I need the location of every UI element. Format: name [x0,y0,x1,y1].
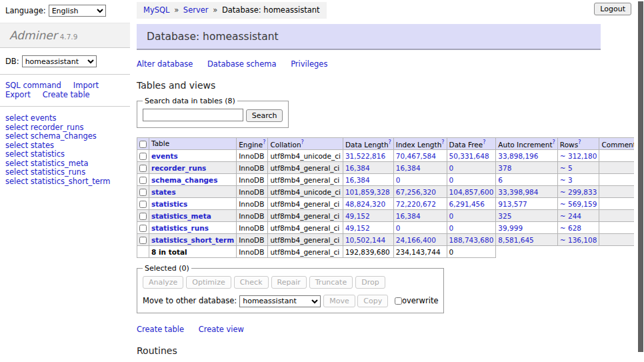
tables-and-views-table: TableEngine?Collation?Data Length?Index … [137,137,641,259]
column-header[interactable]: Rows? [557,137,599,150]
optimize-button[interactable]: Optimize [186,276,231,289]
create-table-link[interactable]: Create table [43,90,90,99]
table-name-link[interactable]: states [151,188,176,196]
column-header[interactable]: Collation? [268,137,343,150]
table-name-cell: schema_changes [149,174,237,186]
row-checkbox-cell [137,186,149,198]
help-icon[interactable]: ? [389,139,391,145]
sidebar-select-link[interactable]: select events [5,114,125,123]
tables-section-title: Tables and views [137,80,601,91]
sidebar-select-link[interactable]: select statistics_runs [5,168,125,177]
row-checkbox-cell [137,222,149,234]
help-icon[interactable]: ? [263,139,265,145]
export-link[interactable]: Export [5,90,31,99]
index-length-cell: 72,220,672 [393,198,447,210]
rows-cell: ~ 628 [557,222,599,234]
help-icon[interactable]: ? [578,139,581,145]
copy-button[interactable]: Copy [357,295,388,307]
db-select[interactable]: homeassistant [22,55,97,67]
column-header[interactable]: Auto Increment? [496,137,558,150]
row-checkbox-cell [137,198,149,210]
column-header[interactable]: Index Length? [393,137,447,150]
vertical-scrollbar[interactable] [634,0,644,362]
move-button[interactable]: Move [323,295,355,307]
data-free-cell: 188,743,680 [447,234,496,246]
index-length-cell: 16,384 [393,210,447,222]
logout-button[interactable]: Logout [594,3,631,15]
column-header[interactable]: Data Free? [447,137,496,150]
help-icon[interactable]: ? [483,139,485,145]
rows-cell: ~ 5 [557,162,599,174]
database-schema-link[interactable]: Database schema [207,59,276,69]
auto-increment-cell: 325 [496,210,558,222]
routines-section-title: Routines [137,345,601,356]
row-checkbox[interactable] [139,213,147,220]
sql-command-link[interactable]: SQL command [5,81,61,90]
data-length-cell: 16,384 [343,174,393,186]
analyze-button[interactable]: Analyze [143,276,183,289]
table-name-link[interactable]: recorder_runs [151,164,206,172]
sidebar-select-link[interactable]: select states [5,141,125,150]
column-header[interactable]: Engine? [237,137,268,150]
index-length-cell: 70,467,584 [393,150,447,162]
table-name-cell: events [149,150,237,162]
search-button[interactable]: Search [246,109,283,122]
row-checkbox-cell [137,234,149,246]
move-db-select[interactable]: homeassistant [239,295,321,307]
auto-increment-cell: 33,898,196 [496,150,558,162]
row-checkbox[interactable] [139,177,147,184]
sidebar-select-link[interactable]: select statistics_meta [5,159,125,168]
select-all-checkbox-cell [137,137,149,150]
import-link[interactable]: Import [73,81,99,90]
engine-cell: InnoDB [237,162,268,174]
row-checkbox[interactable] [139,153,147,160]
scrollbar-thumb[interactable] [638,1,643,352]
sidebar-select-link[interactable]: select statistics [5,150,125,159]
breadcrumb-server-link[interactable]: Server [183,5,209,15]
breadcrumb-current: Database: homeassistant [222,5,320,15]
truncate-button[interactable]: Truncate [309,276,353,289]
table-name-link[interactable]: statistics_runs [151,224,209,232]
table-row: statistics_metaInnoDButf8mb4_general_ci4… [137,210,641,222]
overwrite-label-wrap: overwrite [395,296,439,305]
collation-cell: utf8mb4_general_ci [268,210,343,222]
row-checkbox-cell [137,150,149,162]
drop-button[interactable]: Drop [355,276,385,289]
engine-cell: InnoDB [237,174,268,186]
table-name-link[interactable]: statistics [151,200,187,208]
repair-button[interactable]: Repair [271,276,307,289]
column-header[interactable]: Data Length? [343,137,393,150]
engine-cell: InnoDB [237,210,268,222]
help-icon[interactable]: ? [553,139,555,145]
create-view-link[interactable]: Create view [199,325,244,334]
row-checkbox[interactable] [139,165,147,172]
row-checkbox[interactable] [139,225,147,232]
table-row: statisticsInnoDButf8mb4_general_ci48,824… [137,198,641,210]
search-input[interactable] [143,109,243,121]
table-name-link[interactable]: statistics_meta [151,212,211,220]
create-table-link-bottom[interactable]: Create table [137,325,184,334]
collation-cell: utf8mb4_general_ci [268,174,343,186]
help-icon[interactable]: ? [301,139,304,145]
brand-name: Adminer [9,29,57,42]
table-name-link[interactable]: events [151,152,178,160]
row-checkbox-cell [137,162,149,174]
sidebar-select-link[interactable]: select statistics_short_term [5,177,125,186]
rows-cell: ~ 299,833 [557,186,599,198]
row-checkbox[interactable] [139,201,147,208]
check-button[interactable]: Check [234,276,269,289]
sidebar-select-link[interactable]: select schema_changes [5,132,125,141]
privileges-link[interactable]: Privileges [291,59,327,69]
total-engine: InnoDB [237,246,268,258]
row-checkbox[interactable] [139,237,147,244]
overwrite-checkbox[interactable] [395,297,402,305]
select-all-checkbox[interactable] [139,141,147,148]
table-name-link[interactable]: statistics_short_term [151,236,234,244]
table-name-link[interactable]: schema_changes [151,176,218,184]
sidebar-select-link[interactable]: select recorder_runs [5,123,125,132]
breadcrumb-mysql-link[interactable]: MySQL [143,5,170,15]
alter-database-link[interactable]: Alter database [137,59,193,69]
row-checkbox[interactable] [139,189,147,196]
help-icon[interactable]: ? [441,139,444,145]
language-select[interactable]: English [49,5,106,17]
